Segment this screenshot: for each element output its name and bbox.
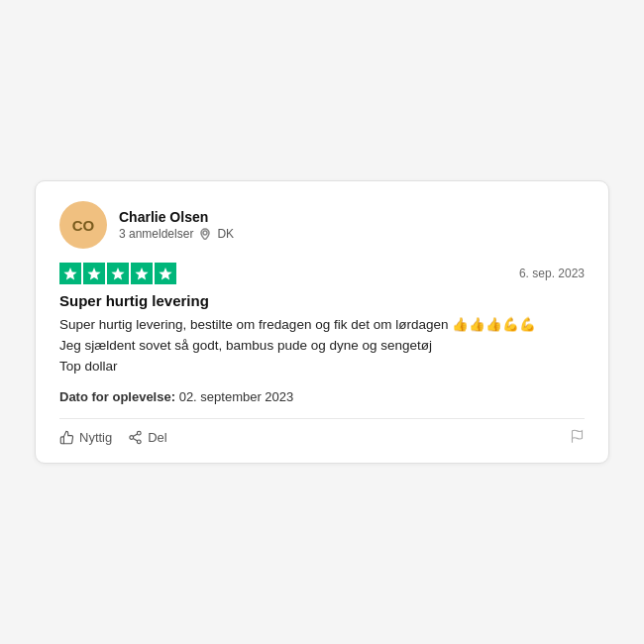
flag-button[interactable]: [570, 429, 585, 447]
review-count: 3 anmeldelser: [119, 227, 193, 241]
reviewer-name: Charlie Olsen: [119, 209, 234, 225]
svg-marker-3: [111, 268, 124, 280]
star-1: [59, 263, 81, 284]
share-icon: [128, 430, 143, 445]
svg-point-7: [130, 436, 134, 440]
experience-date-value: 02. september 2023: [179, 389, 294, 404]
avatar: CO: [59, 201, 107, 249]
review-body-line1: Super hurtig levering, bestilte om freda…: [59, 317, 536, 332]
location-icon: [199, 228, 211, 240]
review-title: Super hurtig levering: [59, 292, 585, 309]
svg-marker-5: [159, 268, 171, 280]
helpful-button[interactable]: Nyttig: [59, 430, 112, 445]
review-body-line3: Top dollar: [59, 359, 118, 374]
star-2: [83, 263, 105, 284]
star-5: [155, 263, 176, 284]
share-label: Del: [148, 430, 167, 445]
stars-date-row: 6. sep. 2023: [59, 263, 585, 284]
svg-marker-1: [63, 268, 76, 280]
svg-point-6: [138, 432, 142, 436]
flag-icon: [570, 429, 585, 444]
svg-point-0: [203, 231, 207, 235]
divider: [59, 418, 585, 419]
svg-point-8: [138, 440, 142, 444]
share-button[interactable]: Del: [128, 430, 167, 445]
actions-left: Nyttig Del: [59, 430, 167, 445]
star-3: [107, 263, 129, 284]
star-4: [131, 263, 153, 284]
review-card: CO Charlie Olsen 3 anmeldelser DK: [35, 180, 609, 464]
svg-marker-4: [135, 268, 148, 280]
reviewer-country: DK: [217, 227, 234, 241]
helpful-label: Nyttig: [79, 430, 112, 445]
avatar-initials: CO: [72, 217, 95, 234]
reviewer-meta: 3 anmeldelser DK: [119, 227, 234, 241]
experience-label: Dato for oplevelse:: [59, 389, 175, 404]
experience-date-row: Dato for oplevelse: 02. september 2023: [59, 389, 585, 404]
star-rating: [59, 263, 176, 284]
actions-row: Nyttig Del: [59, 429, 585, 447]
svg-marker-2: [87, 268, 100, 280]
thumbsup-icon: [59, 430, 74, 445]
review-date: 6. sep. 2023: [519, 267, 585, 280]
svg-line-9: [134, 439, 138, 441]
reviewer-row: CO Charlie Olsen 3 anmeldelser DK: [59, 201, 585, 249]
review-body-line2: Jeg sjældent sovet så godt, bambus pude …: [59, 338, 432, 353]
reviewer-info: Charlie Olsen 3 anmeldelser DK: [119, 209, 234, 241]
review-body: Super hurtig levering, bestilte om freda…: [59, 315, 585, 377]
svg-line-10: [134, 434, 138, 436]
